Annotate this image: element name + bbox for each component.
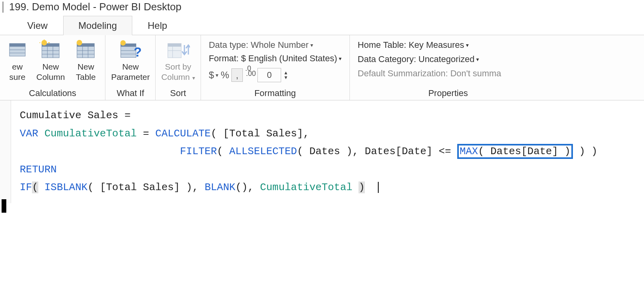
tab-help[interactable]: Help — [132, 16, 182, 35]
datacategory-dropdown[interactable]: Uncategorized ▾ — [419, 54, 479, 64]
new-column-label-2: Column — [36, 72, 65, 82]
new-param-label-2: Parameter — [111, 72, 150, 82]
format-dropdown[interactable]: $ English (United States) ▾ — [241, 53, 341, 64]
var-keyword: VAR — [20, 128, 38, 140]
filter-fn: FILTER — [180, 145, 217, 157]
datatype-dropdown[interactable]: Whole Number ▾ — [251, 40, 313, 50]
chevron-down-icon: ▾ — [476, 56, 479, 62]
sortby-label-1: Sort by — [165, 62, 192, 72]
decimal-places-input[interactable]: 0 — [257, 68, 281, 82]
ribbon-group-properties: Home Table: Key Measures ▾ Data Category… — [350, 35, 546, 100]
summarization-value: Don't summa — [450, 68, 501, 79]
chevron-down-icon: ▾ — [310, 42, 313, 48]
new-table-button[interactable]: New Table — [72, 38, 100, 82]
title-bar-divider — [2, 2, 4, 13]
ribbon-group-whatif: ? New Parameter What If — [105, 35, 156, 100]
isblank-fn: ISBLANK — [44, 181, 87, 193]
ribbon-tabs: View Modeling Help — [0, 15, 644, 35]
new-column-label-1: New — [42, 62, 59, 72]
formula-bar-area: Cumulative Sales = VAR CumulativeTotal =… — [0, 100, 644, 203]
hometable-value: Key Measures — [409, 40, 464, 50]
sortby-label-2: Column ▾ — [161, 72, 195, 82]
new-column-icon — [39, 38, 62, 61]
properties-group-label: Properties — [428, 85, 468, 98]
new-table-label-2: Table — [76, 72, 96, 82]
max-fn: MAX — [460, 145, 478, 157]
sort-by-column-button[interactable]: Sort by Column ▾ — [161, 38, 195, 82]
decimal-spinner[interactable]: ▲▼ — [284, 70, 288, 80]
window-title-bar: 199. Demo Model - Power BI Desktop — [0, 0, 644, 15]
new-table-label-1: New — [77, 62, 94, 72]
sort-icon — [166, 38, 190, 61]
datatype-label: Data type: — [209, 40, 248, 50]
datatype-value: Whole Number — [251, 40, 309, 50]
ribbon-group-sort: Sort by Column ▾ Sort — [156, 35, 201, 100]
new-measure-label-1: ew — [12, 62, 23, 72]
new-column-button[interactable]: New Column — [36, 38, 65, 82]
dates-date-col-2: Dates[Date] — [490, 145, 558, 157]
percent-button[interactable]: % — [221, 70, 229, 81]
new-param-label-1: New — [122, 62, 139, 72]
chevron-down-icon: ▾ — [466, 42, 469, 48]
annotation-highlight: MAX( Dates[Date] ) — [457, 144, 573, 159]
format-label: Format: — [209, 53, 239, 64]
whatif-group-label: What If — [117, 85, 145, 98]
svg-point-10 — [41, 40, 47, 45]
tab-view[interactable]: View — [12, 16, 63, 35]
svg-point-25 — [120, 40, 126, 46]
var-name: CumulativeTotal — [44, 128, 137, 140]
new-measure-label-2: sure — [9, 72, 26, 82]
measure-name: Cumulative Sales — [20, 110, 118, 121]
ribbon: ew sure New Column New Table Calculation… — [0, 35, 644, 100]
allselected-fn: ALLSELECTED — [229, 145, 297, 157]
sort-group-label: Sort — [170, 85, 186, 98]
formula-editor[interactable]: Cumulative Sales = VAR CumulativeTotal =… — [11, 100, 644, 203]
thousands-separator-button[interactable]: , — [231, 68, 243, 82]
selection-marker — [2, 199, 6, 213]
total-sales-ref: [Total Sales] — [223, 128, 303, 140]
currency-button[interactable]: $ ▾ — [209, 70, 218, 81]
ribbon-group-calculations: ew sure New Column New Table Calculation… — [0, 35, 105, 100]
new-parameter-icon: ? — [118, 38, 142, 61]
total-sales-ref-2: [Total Sales] — [100, 181, 180, 193]
svg-rect-28 — [168, 43, 181, 47]
hometable-label: Home Table: — [358, 40, 406, 50]
svg-text:?: ? — [134, 45, 142, 59]
ribbon-group-formatting: Data type: Whole Number ▾ Format: $ Engl… — [201, 35, 350, 100]
dates-table: Dates — [309, 145, 340, 157]
datacategory-value: Uncategorized — [419, 54, 475, 64]
calculate-fn: CALCULATE — [155, 128, 210, 140]
new-parameter-button[interactable]: ? New Parameter — [111, 38, 150, 82]
format-value: $ English (United States) — [241, 53, 337, 64]
calculations-group-label: Calculations — [29, 85, 76, 98]
new-table-icon — [74, 38, 98, 61]
summarization-label: Default Summarization: — [358, 68, 448, 79]
formatting-group-label: Formatting — [254, 85, 296, 98]
decimals-icon: .0.00 — [245, 67, 255, 83]
dates-date-col: Dates[Date] — [365, 145, 433, 157]
if-fn: IF — [20, 181, 32, 193]
svg-rect-1 — [9, 43, 25, 47]
new-measure-button[interactable]: ew sure — [6, 38, 29, 82]
tab-modeling[interactable]: Modeling — [63, 16, 132, 35]
return-keyword: RETURN — [20, 164, 57, 176]
hometable-dropdown[interactable]: Key Measures ▾ — [409, 40, 469, 50]
svg-point-20 — [77, 40, 82, 45]
new-measure-icon — [6, 38, 29, 61]
cumulativetotal-ref: CumulativeTotal — [260, 181, 353, 193]
currency-symbol: $ — [209, 70, 214, 81]
window-title: 199. Demo Model - Power BI Desktop — [9, 1, 181, 13]
blank-fn: BLANK — [205, 181, 235, 193]
chevron-down-icon: ▾ — [339, 55, 342, 62]
datacategory-label: Data Category: — [358, 54, 416, 64]
text-cursor — [378, 182, 379, 193]
chevron-down-icon: ▾ — [216, 72, 218, 78]
gutter — [0, 100, 11, 203]
